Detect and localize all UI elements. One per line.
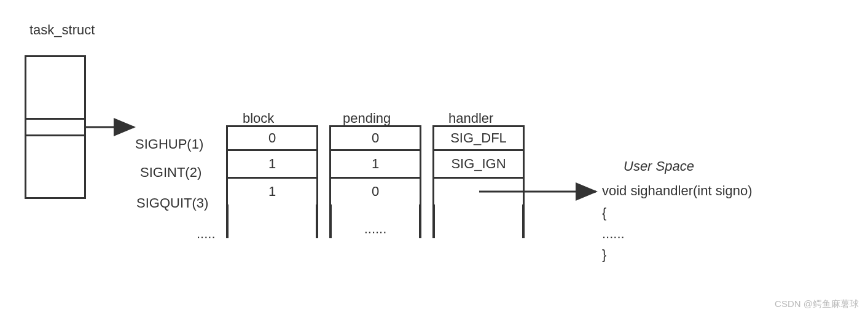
watermark: CSDN @鳄鱼麻薯球 bbox=[775, 298, 859, 310]
